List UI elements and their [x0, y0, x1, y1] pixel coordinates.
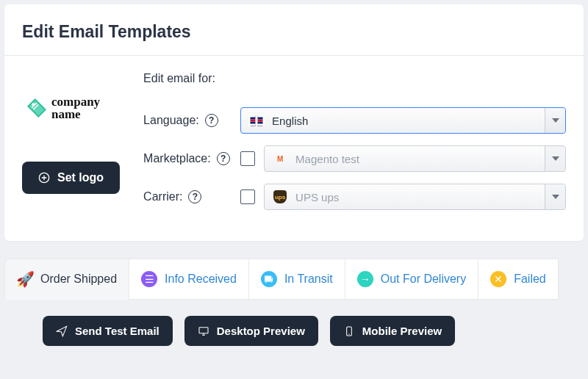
tab-out-for-delivery[interactable]: → Out For Delivery — [345, 259, 478, 300]
tab-label: Info Received — [165, 272, 237, 286]
uk-flag-icon — [248, 115, 265, 126]
tab-info-received[interactable]: ☰ Info Received — [129, 259, 249, 300]
tab-label: Out For Delivery — [381, 272, 466, 286]
action-buttons-row: Send Test Email Desktop Preview Mobile P… — [4, 316, 588, 346]
company-logo-placeholder: company name — [26, 95, 100, 120]
marketplace-help-icon[interactable]: ? — [217, 152, 230, 165]
carrier-checkbox[interactable] — [240, 190, 255, 204]
tag-icon — [26, 98, 47, 118]
marketplace-label: Marketplace: ? — [143, 152, 232, 165]
svg-point-4 — [348, 333, 349, 334]
chevron-down-icon — [545, 108, 565, 133]
tab-in-transit[interactable]: ⛟ In Transit — [249, 259, 345, 300]
edit-email-templates-card: Edit Email Templates company name Set lo… — [4, 4, 584, 241]
language-label: Language: ? — [143, 114, 232, 127]
mobile-icon — [343, 325, 355, 337]
truck-icon: ⛟ — [261, 271, 277, 287]
card-body: company name Set logo Edit email for: La… — [4, 56, 584, 241]
language-row: Language: ? English — [143, 107, 566, 134]
card-header: Edit Email Templates — [4, 4, 584, 56]
carrier-label: Carrier: ? — [143, 190, 232, 203]
send-test-label: Send Test Email — [75, 325, 159, 337]
set-logo-label: Set logo — [57, 171, 104, 184]
page-title: Edit Email Templates — [22, 22, 566, 42]
tab-failed[interactable]: ✕ Failed — [478, 259, 559, 300]
magento-icon: M — [272, 154, 288, 165]
clipboard-icon: ☰ — [141, 271, 157, 287]
carrier-select[interactable]: ups UPS ups — [264, 184, 566, 210]
company-name-line1: company — [51, 95, 100, 108]
edit-email-for-label: Edit email for: — [143, 72, 566, 85]
chevron-down-icon — [545, 184, 565, 209]
mobile-preview-label: Mobile Preview — [362, 325, 442, 337]
rocket-icon: 🚀 — [17, 271, 33, 287]
company-name-line2: name — [51, 108, 100, 120]
failed-icon: ✕ — [490, 271, 506, 287]
tab-label: In Transit — [284, 272, 333, 286]
ups-icon: ups — [272, 192, 288, 203]
send-icon — [56, 325, 68, 337]
form-column: Edit email for: Language: ? English Mark… — [143, 72, 566, 222]
svg-rect-2 — [199, 327, 208, 333]
carrier-selected: UPS ups — [295, 191, 339, 203]
send-test-email-button[interactable]: Send Test Email — [43, 316, 173, 346]
language-selected: English — [272, 115, 308, 127]
carrier-help-icon[interactable]: ? — [188, 190, 201, 203]
marketplace-row: Marketplace: ? M Magento test — [143, 145, 566, 172]
marketplace-checkbox[interactable] — [240, 151, 255, 166]
tab-order-shipped[interactable]: 🚀 Order Shipped — [4, 259, 129, 300]
desktop-icon — [198, 325, 209, 337]
delivery-icon: → — [357, 271, 373, 287]
mobile-preview-button[interactable]: Mobile Preview — [330, 316, 455, 346]
company-name-text: company name — [51, 95, 100, 120]
marketplace-selected: Magento test — [295, 153, 359, 165]
chevron-down-icon — [545, 146, 565, 171]
marketplace-select[interactable]: M Magento test — [264, 145, 566, 172]
tabs-section: 🚀 Order Shipped ☰ Info Received ⛟ In Tra… — [0, 256, 588, 346]
carrier-row: Carrier: ? ups UPS ups — [143, 184, 566, 210]
upload-icon — [38, 172, 50, 184]
logo-column: company name Set logo — [22, 72, 120, 194]
desktop-preview-button[interactable]: Desktop Preview — [184, 316, 318, 346]
desktop-preview-label: Desktop Preview — [217, 325, 305, 337]
status-tabs: 🚀 Order Shipped ☰ Info Received ⛟ In Tra… — [4, 259, 588, 300]
set-logo-button[interactable]: Set logo — [22, 162, 120, 194]
language-select[interactable]: English — [240, 107, 566, 134]
tab-label: Order Shipped — [40, 272, 117, 286]
language-help-icon[interactable]: ? — [205, 114, 218, 127]
tab-label: Failed — [514, 272, 546, 286]
